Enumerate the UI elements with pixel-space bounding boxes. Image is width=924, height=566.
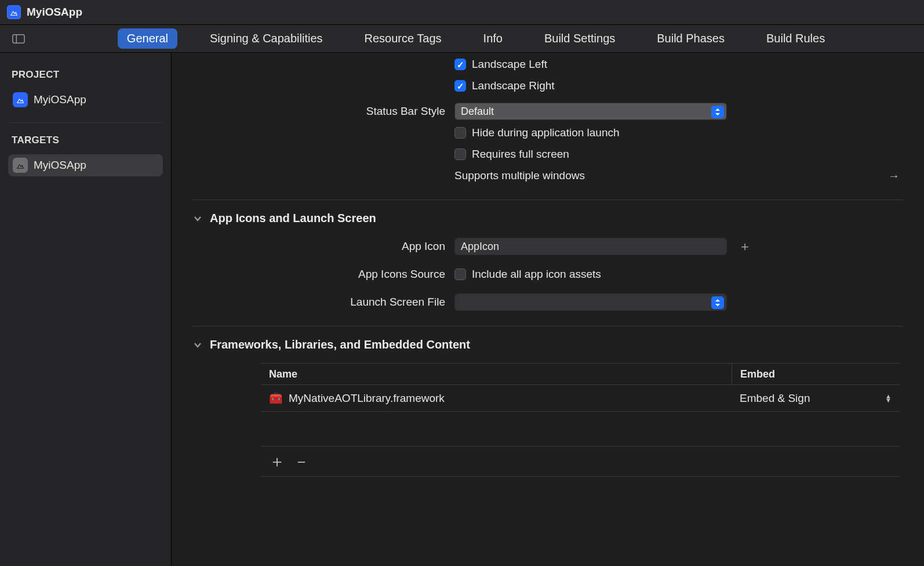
sidebar-divider xyxy=(9,122,162,123)
tab-build-settings[interactable]: Build Settings xyxy=(535,28,624,49)
project-icon xyxy=(13,92,28,107)
target-icon xyxy=(13,158,28,173)
requires-full-screen-label: Requires full screen xyxy=(472,148,569,161)
landscape-right-checkbox[interactable] xyxy=(454,80,466,92)
add-framework-button[interactable]: ＋ xyxy=(269,453,283,470)
tab-info[interactable]: Info xyxy=(474,28,512,49)
app-icon-value: AppIcon xyxy=(461,241,499,253)
framework-embed-value: Embed & Sign xyxy=(740,392,810,405)
svg-rect-0 xyxy=(13,34,24,43)
app-icons-section-title: App Icons and Launch Screen xyxy=(210,212,376,225)
chevron-down-icon[interactable] xyxy=(192,340,203,350)
tab-build-rules[interactable]: Build Rules xyxy=(757,28,834,49)
window-title-bar: MyiOSApp xyxy=(0,0,924,25)
frameworks-empty-row xyxy=(261,412,900,447)
status-bar-style-value: Default xyxy=(461,106,494,118)
select-caret-icon xyxy=(711,296,724,309)
project-navigator-sidebar: PROJECT MyiOSApp TARGETS MyiOSApp xyxy=(0,53,172,566)
launch-screen-file-label: Launch Screen File xyxy=(192,296,454,309)
toggle-left-panel-button[interactable] xyxy=(9,31,28,47)
hide-during-launch-checkbox[interactable] xyxy=(454,127,466,139)
editor-content: Landscape Left Landscape Right Status Ba… xyxy=(172,53,924,566)
include-all-assets-label: Include all app icon assets xyxy=(472,268,601,281)
add-app-icon-button[interactable]: ＋ xyxy=(739,240,751,253)
framework-name: MyNativeAOTLibrary.framework xyxy=(289,392,445,405)
app-icon-label: App Icon xyxy=(192,240,454,253)
chevron-down-icon[interactable] xyxy=(192,213,203,224)
project-row[interactable]: MyiOSApp xyxy=(8,89,163,111)
landscape-left-label: Landscape Left xyxy=(472,58,547,71)
targets-section-label: TARGETS xyxy=(12,135,163,146)
status-bar-style-select[interactable]: Default xyxy=(454,103,727,120)
framework-row[interactable]: 🧰MyNativeAOTLibrary.frameworkEmbed & Sig… xyxy=(261,385,900,412)
app-icons-source-label: App Icons Source xyxy=(192,268,454,281)
tab-build-phases[interactable]: Build Phases xyxy=(647,28,734,49)
arrow-right-icon[interactable]: → xyxy=(888,169,900,183)
include-all-assets-checkbox[interactable] xyxy=(454,269,466,280)
app-icon-field[interactable]: AppIcon xyxy=(454,238,727,255)
app-icon xyxy=(7,5,21,19)
launch-screen-file-select[interactable] xyxy=(454,293,727,311)
frameworks-col-name: Name xyxy=(261,368,732,380)
requires-full-screen-checkbox[interactable] xyxy=(454,148,466,160)
framework-embed-select[interactable]: Embed & Sign▲▼ xyxy=(732,392,900,405)
select-caret-icon xyxy=(711,106,724,118)
window-title: MyiOSApp xyxy=(27,6,82,19)
project-section-label: PROJECT xyxy=(12,69,163,81)
tab-resource-tags[interactable]: Resource Tags xyxy=(355,28,451,49)
tab-signing-capabilities[interactable]: Signing & Capabilities xyxy=(201,28,332,49)
framework-icon: 🧰 xyxy=(269,391,283,405)
status-bar-style-label: Status Bar Style xyxy=(192,105,454,118)
tab-strip: GeneralSigning & CapabilitiesResource Ta… xyxy=(0,25,924,53)
frameworks-table-header: Name Embed xyxy=(261,363,900,385)
frameworks-footer: ＋ － xyxy=(261,447,900,477)
project-name: MyiOSApp xyxy=(34,93,86,106)
frameworks-col-embed: Embed xyxy=(732,364,900,384)
target-row[interactable]: MyiOSApp xyxy=(8,154,163,176)
updown-caret-icon: ▲▼ xyxy=(885,394,892,402)
remove-framework-button[interactable]: － xyxy=(293,453,307,470)
target-name: MyiOSApp xyxy=(34,159,86,172)
landscape-left-checkbox[interactable] xyxy=(454,59,466,70)
tab-general[interactable]: General xyxy=(118,28,177,49)
landscape-right-label: Landscape Right xyxy=(472,79,555,92)
frameworks-section-title: Frameworks, Libraries, and Embedded Cont… xyxy=(210,338,470,351)
supports-multiple-windows-label: Supports multiple windows xyxy=(454,169,585,182)
hide-during-launch-label: Hide during application launch xyxy=(472,126,620,139)
editor-tabs: GeneralSigning & CapabilitiesResource Ta… xyxy=(28,28,924,49)
